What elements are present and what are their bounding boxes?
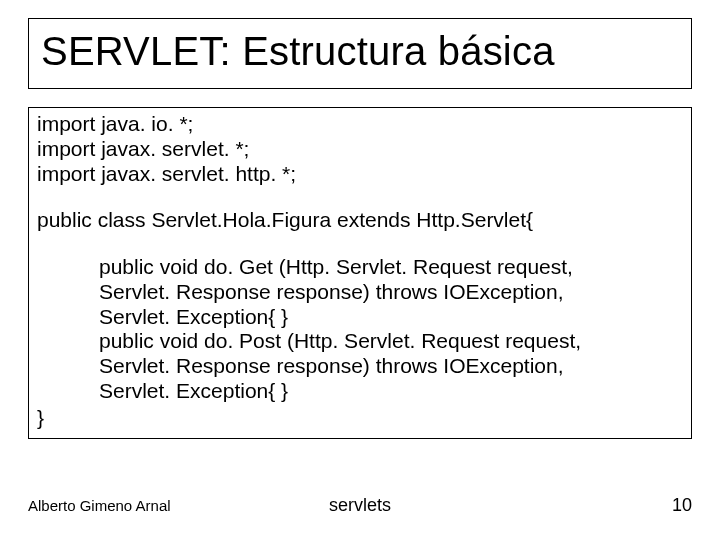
code-line: Servlet. Exception{ } [99, 305, 683, 330]
code-line: public void do. Get (Http. Servlet. Requ… [99, 255, 683, 280]
slide-title: SERVLET: Estructura básica [41, 29, 679, 74]
code-line: import java. io. *; [37, 112, 683, 137]
code-line: public void do. Post (Http. Servlet. Req… [99, 329, 683, 354]
methods-block: public void do. Get (Http. Servlet. Requ… [37, 255, 683, 404]
class-declaration: public class Servlet.Hola.Figura extends… [37, 208, 683, 233]
code-line: import javax. servlet. http. *; [37, 162, 683, 187]
code-line: Servlet. Response response) throws IOExc… [99, 354, 683, 379]
title-frame: SERVLET: Estructura básica [28, 18, 692, 89]
code-line: } [37, 406, 683, 431]
footer-author: Alberto Gimeno Arnal [28, 497, 171, 514]
code-line: Servlet. Exception{ } [99, 379, 683, 404]
code-line: Servlet. Response response) throws IOExc… [99, 280, 683, 305]
code-frame: import java. io. *; import javax. servle… [28, 107, 692, 439]
footer-page-number: 10 [672, 495, 692, 516]
slide-footer: Alberto Gimeno Arnal servlets 10 [28, 495, 692, 516]
footer-subject: servlets [329, 495, 391, 516]
imports-block: import java. io. *; import javax. servle… [37, 112, 683, 186]
code-line: import javax. servlet. *; [37, 137, 683, 162]
